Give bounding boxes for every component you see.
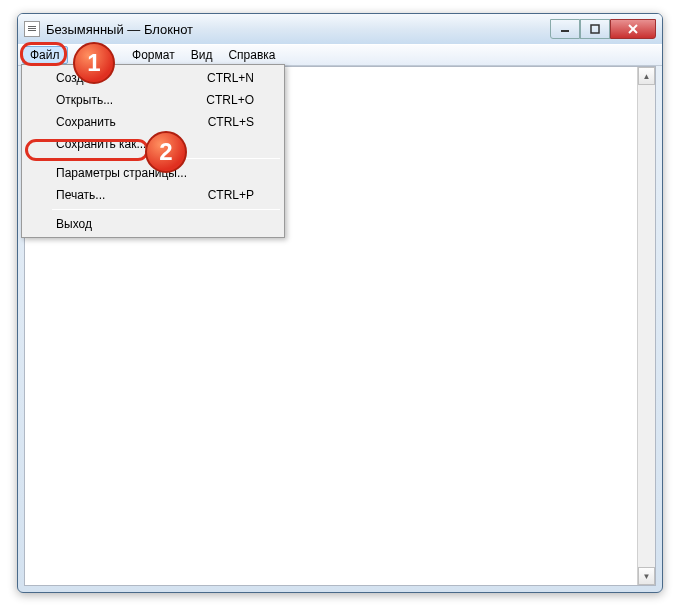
menubar: Файл Правка Формат Вид Справка	[18, 44, 662, 66]
minimize-icon	[560, 24, 570, 34]
scroll-down-button[interactable]: ▼	[638, 567, 655, 585]
menu-item-shortcut: CTRL+O	[206, 93, 254, 107]
menu-item-shortcut: CTRL+S	[208, 115, 254, 129]
maximize-icon	[590, 24, 600, 34]
window-title: Безымянный — Блокнот	[46, 22, 550, 37]
menu-item-label: Сохранить	[56, 115, 116, 129]
menu-format[interactable]: Формат	[124, 46, 183, 64]
menu-separator	[52, 209, 280, 210]
menu-item-label: Сохранить как...	[56, 137, 146, 151]
menu-help[interactable]: Справка	[220, 46, 283, 64]
close-icon	[627, 23, 639, 35]
menu-item-print[interactable]: Печать... CTRL+P	[24, 184, 282, 206]
minimize-button[interactable]	[550, 19, 580, 39]
menu-file[interactable]: Файл	[22, 46, 68, 64]
menu-item-exit[interactable]: Выход	[24, 213, 282, 235]
menu-item-label: Параметры страницы...	[56, 166, 187, 180]
menu-item-new[interactable]: Создать CTRL+N	[24, 67, 282, 89]
menu-separator	[52, 158, 280, 159]
menu-item-save[interactable]: Сохранить CTRL+S	[24, 111, 282, 133]
file-dropdown-menu: Создать CTRL+N Открыть... CTRL+O Сохрани…	[21, 64, 285, 238]
close-button[interactable]	[610, 19, 656, 39]
menu-item-shortcut: CTRL+N	[207, 71, 254, 85]
menu-item-shortcut: CTRL+P	[208, 188, 254, 202]
svg-rect-1	[591, 25, 599, 33]
vertical-scrollbar[interactable]: ▲ ▼	[637, 67, 655, 585]
menu-item-label: Выход	[56, 217, 92, 231]
menu-item-open[interactable]: Открыть... CTRL+O	[24, 89, 282, 111]
menu-item-label: Печать...	[56, 188, 105, 202]
menu-item-label: Создать	[56, 71, 102, 85]
window-controls	[550, 19, 656, 39]
maximize-button[interactable]	[580, 19, 610, 39]
menu-view[interactable]: Вид	[183, 46, 221, 64]
menu-item-saveas[interactable]: Сохранить как...	[24, 133, 282, 155]
menu-item-pagesetup[interactable]: Параметры страницы...	[24, 162, 282, 184]
scroll-up-button[interactable]: ▲	[638, 67, 655, 85]
titlebar[interactable]: Безымянный — Блокнот	[18, 14, 662, 44]
menu-item-label: Открыть...	[56, 93, 113, 107]
notepad-icon	[24, 21, 40, 37]
